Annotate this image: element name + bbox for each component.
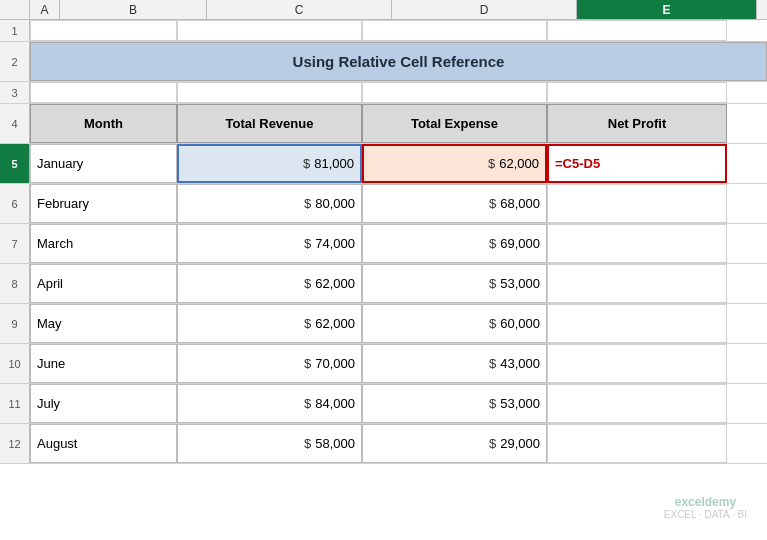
cell-revenue-mar[interactable]: $ 74,000 [177, 224, 362, 263]
revenue-value-may: 62,000 [315, 316, 355, 331]
revenue-value-jun: 70,000 [315, 356, 355, 371]
cell-d3[interactable] [362, 82, 547, 103]
cell-b1[interactable] [30, 20, 177, 41]
dollar-sign: $ [489, 196, 496, 211]
expense-value-jan: 62,000 [499, 156, 539, 171]
dollar-sign: $ [304, 196, 311, 211]
grid-body: 1 2 Using Relative Cell Reference 3 4 Mo… [0, 20, 767, 540]
cell-month-jun[interactable]: June [30, 344, 177, 383]
header-expense[interactable]: Total Expense [362, 104, 547, 143]
row-5: 5 January $ 81,000 $ 62,000 =C5-D5 [0, 144, 767, 184]
expense-value-jun: 43,000 [500, 356, 540, 371]
row-2: 2 Using Relative Cell Reference [0, 42, 767, 82]
expense-value-apr: 53,000 [500, 276, 540, 291]
cell-profit-jul[interactable] [547, 384, 727, 423]
corner-cell [0, 0, 30, 19]
cell-revenue-jan[interactable]: $ 81,000 [177, 144, 362, 183]
cell-month-feb[interactable]: February [30, 184, 177, 223]
row-6: 6 February $ 80,000 $ 68,000 [0, 184, 767, 224]
cell-profit-jun[interactable] [547, 344, 727, 383]
dollar-sign: $ [489, 396, 496, 411]
dollar-sign: $ [304, 436, 311, 451]
row-num-2: 2 [0, 42, 30, 81]
cell-revenue-jul[interactable]: $ 84,000 [177, 384, 362, 423]
cell-d1[interactable] [362, 20, 547, 41]
cell-profit-may[interactable] [547, 304, 727, 343]
revenue-value-feb: 80,000 [315, 196, 355, 211]
cell-month-mar[interactable]: March [30, 224, 177, 263]
dollar-sign: $ [489, 236, 496, 251]
cell-month-jan[interactable]: January [30, 144, 177, 183]
revenue-value-aug: 58,000 [315, 436, 355, 451]
cell-revenue-may[interactable]: $ 62,000 [177, 304, 362, 343]
row-7: 7 March $ 74,000 $ 69,000 [0, 224, 767, 264]
row-3: 3 [0, 82, 767, 104]
dollar-sign: $ [304, 236, 311, 251]
row-num-12: 12 [0, 424, 30, 463]
row-10: 10 June $ 70,000 $ 43,000 [0, 344, 767, 384]
row-num-4: 4 [0, 104, 30, 143]
cell-expense-jun[interactable]: $ 43,000 [362, 344, 547, 383]
revenue-value-mar: 74,000 [315, 236, 355, 251]
cell-profit-aug[interactable] [547, 424, 727, 463]
dollar-sign: $ [489, 316, 496, 331]
cell-revenue-feb[interactable]: $ 80,000 [177, 184, 362, 223]
dollar-sign: $ [303, 156, 310, 171]
cell-profit-mar[interactable] [547, 224, 727, 263]
dollar-sign: $ [304, 396, 311, 411]
cell-expense-apr[interactable]: $ 53,000 [362, 264, 547, 303]
row-num-11: 11 [0, 384, 30, 423]
cell-revenue-aug[interactable]: $ 58,000 [177, 424, 362, 463]
cell-month-jul[interactable]: July [30, 384, 177, 423]
row-num-3: 3 [0, 82, 30, 103]
expense-value-feb: 68,000 [500, 196, 540, 211]
cell-expense-jul[interactable]: $ 53,000 [362, 384, 547, 423]
cell-c1[interactable] [177, 20, 362, 41]
dollar-sign: $ [304, 356, 311, 371]
row-num-1: 1 [0, 20, 30, 41]
revenue-value-apr: 62,000 [315, 276, 355, 291]
header-profit[interactable]: Net Profit [547, 104, 727, 143]
row-num-6: 6 [0, 184, 30, 223]
revenue-value-jan: 81,000 [314, 156, 354, 171]
cell-expense-jan[interactable]: $ 62,000 [362, 144, 547, 183]
title-cell: Using Relative Cell Reference [30, 42, 767, 81]
dollar-sign: $ [304, 276, 311, 291]
row-4: 4 Month Total Revenue Total Expense Net … [0, 104, 767, 144]
dollar-sign: $ [304, 316, 311, 331]
header-month[interactable]: Month [30, 104, 177, 143]
cell-profit-jan[interactable]: =C5-D5 [547, 144, 727, 183]
row-num-10: 10 [0, 344, 30, 383]
cell-revenue-jun[interactable]: $ 70,000 [177, 344, 362, 383]
cell-profit-apr[interactable] [547, 264, 727, 303]
spreadsheet: A B C D E 1 2 Using Relative Cell Refere… [0, 0, 767, 540]
col-header-d[interactable]: D [392, 0, 577, 19]
cell-revenue-apr[interactable]: $ 62,000 [177, 264, 362, 303]
cell-expense-may[interactable]: $ 60,000 [362, 304, 547, 343]
cell-month-apr[interactable]: April [30, 264, 177, 303]
expense-value-may: 60,000 [500, 316, 540, 331]
cell-profit-feb[interactable] [547, 184, 727, 223]
header-revenue[interactable]: Total Revenue [177, 104, 362, 143]
cell-e1[interactable] [547, 20, 727, 41]
cell-b3[interactable] [30, 82, 177, 103]
col-header-a[interactable]: A [30, 0, 60, 19]
cell-expense-mar[interactable]: $ 69,000 [362, 224, 547, 263]
row-9: 9 May $ 62,000 $ 60,000 [0, 304, 767, 344]
cell-expense-aug[interactable]: $ 29,000 [362, 424, 547, 463]
cell-month-may[interactable]: May [30, 304, 177, 343]
row-num-9: 9 [0, 304, 30, 343]
col-header-b[interactable]: B [60, 0, 207, 19]
col-header-e[interactable]: E [577, 0, 757, 19]
cell-month-aug[interactable]: August [30, 424, 177, 463]
expense-value-jul: 53,000 [500, 396, 540, 411]
col-header-c[interactable]: C [207, 0, 392, 19]
cell-expense-feb[interactable]: $ 68,000 [362, 184, 547, 223]
cell-e3[interactable] [547, 82, 727, 103]
row-8: 8 April $ 62,000 $ 53,000 [0, 264, 767, 304]
column-headers: A B C D E [0, 0, 767, 20]
cell-c3[interactable] [177, 82, 362, 103]
expense-value-aug: 29,000 [500, 436, 540, 451]
dollar-sign: $ [488, 156, 495, 171]
row-11: 11 July $ 84,000 $ 53,000 [0, 384, 767, 424]
